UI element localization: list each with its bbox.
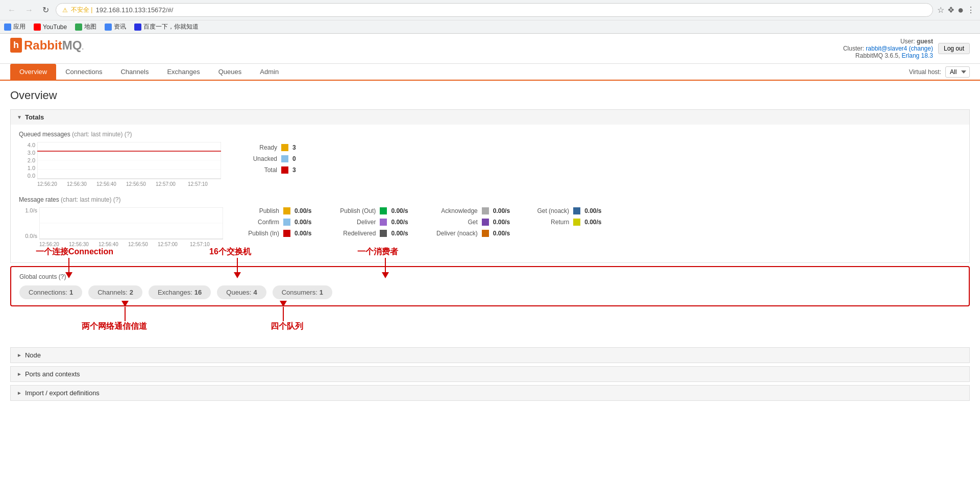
svg-text:12:56:20: 12:56:20 bbox=[39, 242, 59, 247]
address-bar[interactable]: ⚠ 不安全 | 192.168.110.133:15672/#/ bbox=[56, 3, 933, 17]
publish-in-color bbox=[283, 230, 290, 237]
tab-channels[interactable]: Channels bbox=[111, 64, 158, 80]
menu-icon[interactable]: ⋮ bbox=[967, 5, 975, 15]
totals-header[interactable]: ▼ Totals bbox=[11, 110, 969, 125]
ports-arrow-icon: ► bbox=[17, 371, 22, 377]
svg-text:12:57:10: 12:57:10 bbox=[188, 181, 208, 187]
return-legend: Return 0.00/s bbox=[528, 219, 601, 226]
extension-icon[interactable]: ❖ bbox=[947, 5, 954, 15]
unacked-color bbox=[281, 155, 288, 162]
maps-icon bbox=[75, 23, 82, 31]
consumers-count: Consumers: 1 bbox=[273, 285, 332, 299]
url-text: 192.168.110.133:15672/#/ bbox=[95, 6, 173, 14]
change-link[interactable]: (change) bbox=[909, 45, 933, 52]
baidu-label: 百度一下，你就知道 bbox=[143, 22, 199, 31]
global-counts-box: Global counts (?) Connections: 1 Channel… bbox=[10, 266, 970, 306]
back-button[interactable]: ← bbox=[5, 5, 18, 16]
mr-svg-chart: 12:56:20 12:56:30 12:56:40 12:56:50 12:5… bbox=[39, 207, 223, 248]
main-content: Overview ▼ Totals Queued messages (chart… bbox=[0, 81, 980, 412]
get-noack-color bbox=[573, 207, 580, 214]
reload-button[interactable]: ↻ bbox=[40, 4, 52, 16]
import-arrow-icon: ► bbox=[17, 390, 22, 396]
erlang-link[interactable]: Erlang 18.3 bbox=[902, 52, 933, 59]
user-info: User: guest Cluster: rabbit@slaver4 (cha… bbox=[843, 38, 933, 59]
message-rates-section: Message rates (chart: last minute) (?) 1… bbox=[19, 196, 961, 248]
logout-button[interactable]: Log out bbox=[938, 43, 970, 54]
youtube-icon bbox=[34, 23, 41, 31]
svg-text:12:57:10: 12:57:10 bbox=[190, 242, 210, 247]
tab-admin[interactable]: Admin bbox=[251, 64, 288, 80]
publish-legend: Publish 0.00/s bbox=[238, 207, 311, 214]
acknowledge-color bbox=[482, 207, 489, 214]
mr-legend-col2: Publish (Out) 0.00/s Deliver 0.00/s bbox=[330, 207, 408, 237]
forward-button[interactable]: → bbox=[22, 5, 36, 16]
vhost-label: Virtual host: bbox=[909, 68, 941, 76]
get-legend: Get 0.00/s bbox=[427, 219, 510, 226]
news-label: 资讯 bbox=[114, 22, 126, 31]
cluster-label: Cluster: bbox=[843, 45, 864, 52]
get-color bbox=[482, 219, 489, 226]
ports-section: ► Ports and contexts bbox=[10, 366, 970, 382]
apps-icon bbox=[4, 23, 11, 31]
message-rates-chart-row: 1.0/s 0.0/s bbox=[19, 207, 961, 248]
svg-text:12:57:00: 12:57:00 bbox=[158, 242, 178, 247]
confirm-color bbox=[283, 219, 290, 226]
maps-label: 地图 bbox=[84, 22, 96, 31]
svg-text:12:56:20: 12:56:20 bbox=[37, 181, 57, 187]
tab-connections[interactable]: Connections bbox=[56, 64, 111, 80]
nav-tabs: Overview Connections Channels Exchanges … bbox=[10, 64, 288, 80]
svg-text:12:56:30: 12:56:30 bbox=[69, 242, 89, 247]
profile-icon[interactable]: ● bbox=[958, 4, 964, 16]
confirm-legend: Confirm 0.00/s bbox=[238, 219, 311, 226]
qm-y-axis: 4.0 3.0 2.0 1.0 0.0 bbox=[19, 142, 35, 188]
publish-out-legend: Publish (Out) 0.00/s bbox=[330, 207, 408, 214]
svg-text:12:56:40: 12:56:40 bbox=[99, 242, 118, 247]
bookmark-youtube[interactable]: YouTube bbox=[34, 23, 67, 31]
bookmark-news[interactable]: 资讯 bbox=[105, 22, 126, 31]
vhost-select[interactable]: All bbox=[945, 66, 970, 78]
cluster-link[interactable]: rabbit@slaver4 bbox=[866, 45, 907, 52]
import-header[interactable]: ► Import / export definitions bbox=[11, 386, 969, 400]
bookmark-star-icon[interactable]: ☆ bbox=[937, 5, 944, 15]
bookmark-maps[interactable]: 地图 bbox=[75, 22, 96, 31]
totals-section: ▼ Totals Queued messages (chart: last mi… bbox=[10, 109, 970, 263]
totals-arrow-icon: ▼ bbox=[17, 114, 22, 120]
exchanges-count: Exchanges: 16 bbox=[149, 285, 211, 299]
qm-legend: Ready 3 Unacked 0 Total bbox=[236, 142, 296, 174]
tab-exchanges[interactable]: Exchanges bbox=[158, 64, 209, 80]
node-header[interactable]: ► Node bbox=[11, 348, 969, 363]
ready-label: Ready bbox=[236, 144, 277, 151]
svg-text:12:56:30: 12:56:30 bbox=[67, 181, 87, 187]
username: guest bbox=[917, 38, 933, 45]
redelivered-legend: Redelivered 0.00/s bbox=[330, 230, 408, 237]
mr-chart-container: 1.0/s 0.0/s bbox=[19, 207, 223, 248]
acknowledge-legend: Acknowledge 0.00/s bbox=[427, 207, 510, 214]
security-icon: ⚠ bbox=[62, 7, 68, 14]
ports-header[interactable]: ► Ports and contexts bbox=[11, 367, 969, 381]
nav-bar: Overview Connections Channels Exchanges … bbox=[0, 64, 980, 81]
publish-out-color bbox=[380, 207, 387, 214]
unacked-label: Unacked bbox=[236, 155, 277, 162]
channels-count: Channels: 2 bbox=[88, 285, 142, 299]
ann-channels: 两个网络通信信道 bbox=[82, 321, 147, 332]
totals-body: Queued messages (chart: last minute) (?)… bbox=[11, 125, 969, 262]
queued-messages-label: Queued messages (chart: last minute) (?) bbox=[19, 131, 961, 138]
mr-chart-area: 12:56:20 12:56:30 12:56:40 12:56:50 12:5… bbox=[39, 207, 223, 248]
mr-legend: Publish 0.00/s Confirm 0.00/s bbox=[238, 207, 602, 237]
node-title: Node bbox=[25, 351, 41, 359]
return-color bbox=[573, 219, 580, 226]
bookmark-baidu[interactable]: 百度一下，你就知道 bbox=[134, 22, 199, 31]
bookmark-apps[interactable]: 应用 bbox=[4, 22, 26, 31]
ready-color bbox=[281, 144, 288, 151]
node-section: ► Node bbox=[10, 347, 970, 363]
mr-legend-col4: Get (noack) 0.00/s Return 0.00/s bbox=[528, 207, 601, 237]
tab-queues[interactable]: Queues bbox=[209, 64, 251, 80]
tab-overview[interactable]: Overview bbox=[10, 64, 56, 80]
ready-value: 3 bbox=[292, 144, 296, 151]
mr-legend-col3: Acknowledge 0.00/s Get 0.00/s bbox=[427, 207, 510, 237]
svg-text:12:56:50: 12:56:50 bbox=[126, 181, 146, 187]
qm-chart-container: 4.0 3.0 2.0 1.0 0.0 bbox=[19, 142, 221, 188]
ready-legend-item: Ready 3 bbox=[236, 144, 296, 151]
mr-y-axis: 1.0/s 0.0/s bbox=[19, 207, 37, 248]
publish-color bbox=[283, 207, 290, 214]
